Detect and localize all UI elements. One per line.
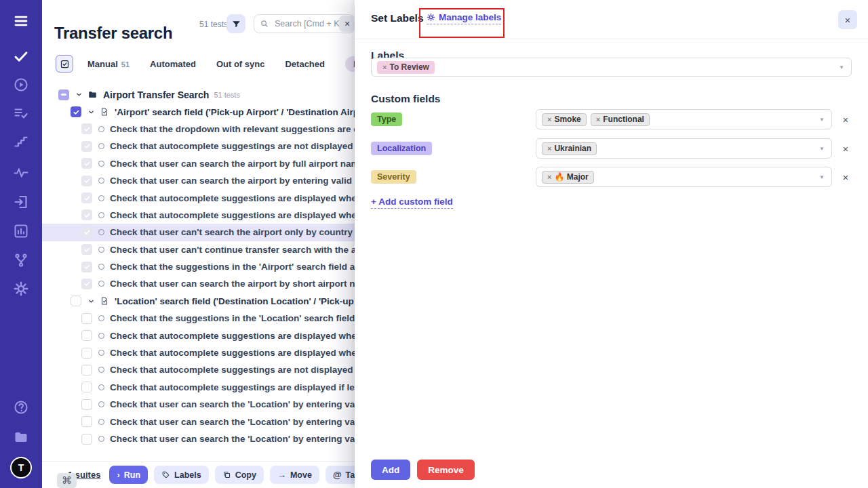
tree-row-label[interactable]: Check that the suggestions in the 'Airpo… <box>110 262 355 272</box>
manage-labels-link[interactable]: Manage labels <box>427 12 501 24</box>
custom-field-name-severity: Severity <box>371 170 416 184</box>
checkbox-unchecked[interactable] <box>81 399 92 410</box>
tree-row-label[interactable]: Check that the dropdown with relevant su… <box>110 124 355 134</box>
checkbox-checked-light[interactable] <box>81 192 92 203</box>
tree-row-label[interactable]: Check that user can search the airport b… <box>110 279 355 289</box>
checkbox-unchecked[interactable] <box>81 434 92 445</box>
tree-row-label[interactable]: Check that user can search the 'Location… <box>110 399 355 409</box>
tree-suite-row: 'Location' search field ('Destination Lo… <box>42 293 355 310</box>
tree-row-label[interactable]: Check that user can't continue transfer … <box>110 245 355 255</box>
sidebar-item-play-circle-icon[interactable] <box>12 76 30 94</box>
checkbox-checked-light[interactable] <box>81 209 92 220</box>
labels-select[interactable]: ×To Review ▼ <box>371 58 852 77</box>
remove-tag-icon[interactable]: × <box>547 115 551 123</box>
close-panel-button[interactable]: × <box>838 10 857 29</box>
checkbox-checked-light[interactable] <box>81 158 92 169</box>
checkbox-unchecked[interactable] <box>81 365 92 375</box>
remove-custom-field-button[interactable]: × <box>840 171 851 182</box>
checkbox-checked-light[interactable] <box>81 227 92 238</box>
checkbox-checked-light[interactable] <box>81 176 92 186</box>
tab-estimate[interactable]: Estimate <box>345 56 355 72</box>
labels-button[interactable]: Labels <box>154 466 209 484</box>
checkbox-unchecked[interactable] <box>81 348 92 359</box>
tree-row-label[interactable]: Check that user can search the 'Location… <box>110 434 355 444</box>
add-custom-field-link[interactable]: + Add custom field <box>371 197 453 209</box>
custom-field-select-type[interactable]: ×Smoke×Functional▼ <box>536 109 832 129</box>
case-status-circle-icon <box>98 195 104 201</box>
remove-tag-icon[interactable]: × <box>547 144 551 152</box>
checkbox-checked-light[interactable] <box>81 262 92 272</box>
tree-row-label[interactable]: Check that autocomplete suggestions are … <box>110 331 355 341</box>
sidebar-item-sign-in-icon[interactable] <box>12 193 30 211</box>
sidebar-item-folder-icon[interactable] <box>12 428 30 446</box>
tree-row-label[interactable]: Check that autocomplete suggestings are … <box>110 141 355 151</box>
tree-row-label[interactable]: Check that the suggestions in the 'Locat… <box>110 313 355 323</box>
remove-tag-icon[interactable]: × <box>382 63 387 71</box>
sidebar-item-menu-icon[interactable] <box>12 12 30 30</box>
tab-out-of-sync[interactable]: Out of sync <box>216 59 265 69</box>
sidebar-item-help-icon[interactable] <box>12 399 30 416</box>
checkbox-unchecked[interactable] <box>81 313 92 324</box>
filter-button[interactable] <box>226 14 245 33</box>
move-button[interactable]: →Move <box>270 466 319 484</box>
tree-row-label[interactable]: Airport Transfer Search <box>103 89 209 100</box>
checkbox-checked-light[interactable] <box>81 123 92 134</box>
tree-row-label[interactable]: Check that user can search the airport b… <box>110 159 355 169</box>
labels-select-values: ×To Review <box>377 61 435 74</box>
select-mode-toggle[interactable] <box>56 55 73 73</box>
tab-label: Out of sync <box>216 59 265 69</box>
sidebar-item-branch-icon[interactable] <box>12 251 30 269</box>
remove-tag-icon[interactable]: × <box>547 173 551 181</box>
bulk-actions-bar: 1 suites ›RunLabelsCopy→Move@Tags+Link… <box>42 461 355 488</box>
chevron-down-icon[interactable] <box>87 108 95 116</box>
tree-row-label[interactable]: Check that user can search the 'Location… <box>110 417 355 427</box>
checkbox-indeterminate[interactable] <box>58 89 69 100</box>
sidebar-item-check-icon[interactable] <box>12 47 30 65</box>
tree-row-label[interactable]: Check that user can search the airport b… <box>110 176 355 186</box>
sidebar-item-bar-chart-icon[interactable] <box>12 222 30 240</box>
run-button[interactable]: ›Run <box>109 466 148 484</box>
avatar[interactable]: T <box>10 457 32 479</box>
checkbox-checked-light[interactable] <box>81 244 92 255</box>
case-status-circle-icon <box>98 281 104 287</box>
chevron-down-icon[interactable] <box>87 298 95 305</box>
move-arrow-icon: → <box>277 470 286 479</box>
remove-button[interactable]: Remove <box>417 460 475 480</box>
chevron-down-icon[interactable] <box>75 91 83 98</box>
checkbox-unchecked[interactable] <box>81 416 92 427</box>
page-title: Transfer search <box>54 24 172 43</box>
tab-manual[interactable]: Manual51 <box>87 59 130 69</box>
search-clear-button[interactable]: × <box>339 16 355 32</box>
tree-row-label[interactable]: 'Airport' search field ('Pick-up Airport… <box>115 107 355 117</box>
tree-row-label[interactable]: Check that autocomplete suggestions are … <box>110 348 355 358</box>
remove-tag-icon[interactable]: × <box>596 115 600 123</box>
tree-row-label[interactable]: Check that autocomplete suggestings are … <box>110 382 355 392</box>
sidebar-item-pulse-icon[interactable] <box>12 164 30 182</box>
tree-row-label[interactable]: Check that autocomplete suggestions are … <box>110 210 355 220</box>
sidebar-item-gear-icon[interactable] <box>12 280 30 298</box>
checkbox-checked[interactable] <box>71 106 81 117</box>
checkbox-unchecked[interactable] <box>81 382 92 392</box>
copy-button[interactable]: Copy <box>215 466 264 484</box>
tree-row-label[interactable]: Check that autocomplete suggestions are … <box>110 193 355 203</box>
checkbox-unchecked[interactable] <box>71 296 81 306</box>
tree-row-label[interactable]: Check that autocomplete suggestings are … <box>110 365 355 375</box>
tab-detached[interactable]: Detached <box>285 59 325 69</box>
tree-row-label[interactable]: Check that user can't search the airport… <box>110 227 353 237</box>
checkbox-checked-light[interactable] <box>81 279 92 289</box>
value-tag-text: Functional <box>603 115 644 124</box>
sidebar-item-list-check-icon[interactable] <box>12 104 30 122</box>
sidebar-item-steps-icon[interactable] <box>12 133 30 150</box>
checkbox-checked-light[interactable] <box>81 141 92 152</box>
tree-case-row: Check that user can search the airport b… <box>42 275 355 292</box>
remove-custom-field-button[interactable]: × <box>840 114 851 125</box>
tab-automated[interactable]: Automated <box>150 59 196 69</box>
value-tag: ×Ukrainian <box>542 142 597 155</box>
add-button[interactable]: Add <box>371 460 410 480</box>
remove-custom-field-button[interactable]: × <box>840 143 851 154</box>
custom-field-select-severity[interactable]: ×🔥 Major▼ <box>536 167 832 187</box>
checkbox-unchecked[interactable] <box>81 330 92 341</box>
tags-button[interactable]: @Tags <box>326 466 355 484</box>
tree-row-label[interactable]: 'Location' search field ('Destination Lo… <box>115 296 355 306</box>
custom-field-select-localization[interactable]: ×Ukrainian▼ <box>536 138 832 159</box>
